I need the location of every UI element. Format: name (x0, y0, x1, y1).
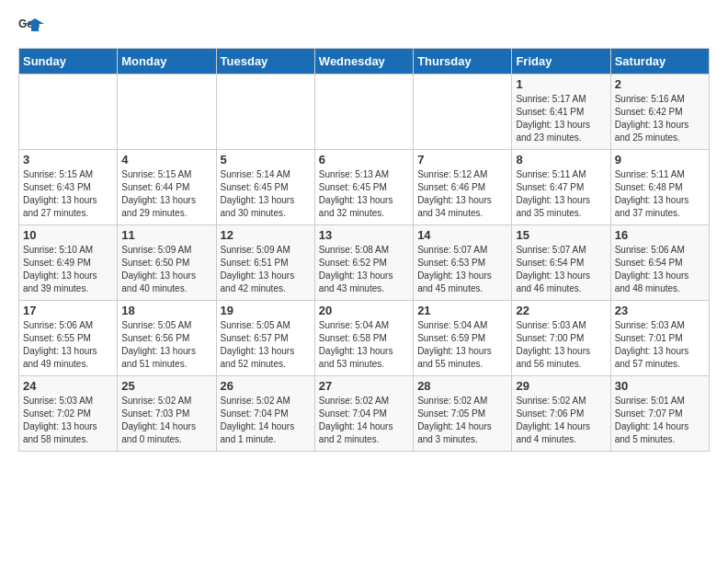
calendar-cell: 4Sunrise: 5:15 AM Sunset: 6:44 PM Daylig… (118, 150, 216, 225)
calendar-cell: 30Sunrise: 5:01 AM Sunset: 7:07 PM Dayli… (610, 376, 709, 452)
day-info: Sunrise: 5:15 AM Sunset: 6:43 PM Dayligh… (23, 168, 113, 220)
calendar-cell: 16Sunrise: 5:06 AM Sunset: 6:54 PM Dayli… (610, 225, 709, 301)
calendar-cell: 1Sunrise: 5:17 AM Sunset: 6:41 PM Daylig… (512, 75, 610, 150)
day-info: Sunrise: 5:11 AM Sunset: 6:48 PM Dayligh… (615, 168, 705, 220)
day-number: 14 (417, 228, 507, 242)
weekday-header: Wednesday (314, 49, 413, 75)
day-info: Sunrise: 5:07 AM Sunset: 6:54 PM Dayligh… (516, 244, 606, 295)
day-number: 20 (319, 304, 409, 317)
day-info: Sunrise: 5:04 AM Sunset: 6:58 PM Dayligh… (319, 319, 409, 371)
calendar-week-row: 24Sunrise: 5:03 AM Sunset: 7:02 PM Dayli… (19, 376, 710, 452)
calendar-cell: 6Sunrise: 5:13 AM Sunset: 6:45 PM Daylig… (314, 150, 413, 225)
day-number: 6 (319, 153, 409, 167)
calendar-cell: 17Sunrise: 5:06 AM Sunset: 6:55 PM Dayli… (19, 301, 118, 376)
day-info: Sunrise: 5:03 AM Sunset: 7:01 PM Dayligh… (615, 319, 705, 371)
day-number: 17 (23, 304, 113, 317)
day-number: 16 (615, 228, 705, 242)
calendar-table: SundayMondayTuesdayWednesdayThursdayFrid… (18, 48, 710, 452)
calendar-cell (414, 75, 512, 150)
day-number: 13 (319, 228, 409, 242)
calendar-cell: 7Sunrise: 5:12 AM Sunset: 6:46 PM Daylig… (414, 150, 512, 225)
day-info: Sunrise: 5:02 AM Sunset: 7:05 PM Dayligh… (417, 395, 507, 446)
calendar-cell: 9Sunrise: 5:11 AM Sunset: 6:48 PM Daylig… (610, 150, 709, 225)
page-header: Gen (18, 15, 710, 40)
day-info: Sunrise: 5:03 AM Sunset: 7:02 PM Dayligh… (23, 395, 113, 446)
day-number: 3 (23, 153, 113, 167)
day-info: Sunrise: 5:13 AM Sunset: 6:45 PM Dayligh… (319, 168, 409, 220)
day-number: 2 (615, 77, 705, 91)
day-info: Sunrise: 5:05 AM Sunset: 6:56 PM Dayligh… (121, 319, 211, 371)
calendar-cell: 13Sunrise: 5:08 AM Sunset: 6:52 PM Dayli… (314, 225, 413, 301)
day-number: 11 (121, 228, 211, 242)
day-info: Sunrise: 5:16 AM Sunset: 6:42 PM Dayligh… (615, 93, 705, 144)
day-info: Sunrise: 5:02 AM Sunset: 7:03 PM Dayligh… (121, 395, 211, 446)
calendar-cell: 18Sunrise: 5:05 AM Sunset: 6:56 PM Dayli… (118, 301, 216, 376)
logo: Gen (18, 15, 48, 40)
day-number: 10 (23, 228, 113, 242)
calendar-cell: 22Sunrise: 5:03 AM Sunset: 7:00 PM Dayli… (512, 301, 610, 376)
calendar-cell: 23Sunrise: 5:03 AM Sunset: 7:01 PM Dayli… (610, 301, 709, 376)
calendar-cell: 14Sunrise: 5:07 AM Sunset: 6:53 PM Dayli… (414, 225, 512, 301)
day-info: Sunrise: 5:15 AM Sunset: 6:44 PM Dayligh… (121, 168, 211, 220)
day-info: Sunrise: 5:06 AM Sunset: 6:55 PM Dayligh… (23, 319, 113, 371)
day-info: Sunrise: 5:02 AM Sunset: 7:04 PM Dayligh… (319, 395, 409, 446)
day-info: Sunrise: 5:09 AM Sunset: 6:50 PM Dayligh… (121, 244, 211, 295)
calendar-cell: 10Sunrise: 5:10 AM Sunset: 6:49 PM Dayli… (19, 225, 118, 301)
day-number: 15 (516, 228, 606, 242)
day-number: 19 (221, 304, 311, 317)
day-info: Sunrise: 5:11 AM Sunset: 6:47 PM Dayligh… (516, 168, 606, 220)
weekday-header: Tuesday (216, 49, 314, 75)
calendar-cell (19, 75, 118, 150)
day-info: Sunrise: 5:17 AM Sunset: 6:41 PM Dayligh… (516, 93, 606, 144)
calendar-cell: 12Sunrise: 5:09 AM Sunset: 6:51 PM Dayli… (216, 225, 314, 301)
calendar-cell: 24Sunrise: 5:03 AM Sunset: 7:02 PM Dayli… (19, 376, 118, 452)
logo-icon: Gen (18, 15, 44, 40)
calendar-cell: 8Sunrise: 5:11 AM Sunset: 6:47 PM Daylig… (512, 150, 610, 225)
day-info: Sunrise: 5:02 AM Sunset: 7:06 PM Dayligh… (516, 395, 606, 446)
day-number: 25 (121, 379, 211, 393)
calendar-week-row: 1Sunrise: 5:17 AM Sunset: 6:41 PM Daylig… (19, 75, 710, 150)
weekday-header: Monday (118, 49, 216, 75)
day-number: 18 (121, 304, 211, 317)
day-info: Sunrise: 5:12 AM Sunset: 6:46 PM Dayligh… (417, 168, 507, 220)
day-number: 21 (417, 304, 507, 317)
day-info: Sunrise: 5:07 AM Sunset: 6:53 PM Dayligh… (417, 244, 507, 295)
calendar-week-row: 17Sunrise: 5:06 AM Sunset: 6:55 PM Dayli… (19, 301, 710, 376)
day-info: Sunrise: 5:02 AM Sunset: 7:04 PM Dayligh… (221, 395, 311, 446)
calendar-cell (314, 75, 413, 150)
calendar-cell: 20Sunrise: 5:04 AM Sunset: 6:58 PM Dayli… (314, 301, 413, 376)
day-number: 8 (516, 153, 606, 167)
weekday-header: Friday (512, 49, 610, 75)
day-info: Sunrise: 5:03 AM Sunset: 7:00 PM Dayligh… (516, 319, 606, 371)
day-info: Sunrise: 5:05 AM Sunset: 6:57 PM Dayligh… (221, 319, 311, 371)
day-number: 22 (516, 304, 606, 317)
day-number: 5 (221, 153, 311, 167)
calendar-week-row: 10Sunrise: 5:10 AM Sunset: 6:49 PM Dayli… (19, 225, 710, 301)
day-info: Sunrise: 5:09 AM Sunset: 6:51 PM Dayligh… (221, 244, 311, 295)
calendar-cell: 27Sunrise: 5:02 AM Sunset: 7:04 PM Dayli… (314, 376, 413, 452)
calendar-cell: 5Sunrise: 5:14 AM Sunset: 6:45 PM Daylig… (216, 150, 314, 225)
calendar-cell: 3Sunrise: 5:15 AM Sunset: 6:43 PM Daylig… (19, 150, 118, 225)
calendar-cell: 29Sunrise: 5:02 AM Sunset: 7:06 PM Dayli… (512, 376, 610, 452)
day-number: 27 (319, 379, 409, 393)
day-info: Sunrise: 5:14 AM Sunset: 6:45 PM Dayligh… (221, 168, 311, 220)
calendar-cell: 2Sunrise: 5:16 AM Sunset: 6:42 PM Daylig… (610, 75, 709, 150)
day-info: Sunrise: 5:04 AM Sunset: 6:59 PM Dayligh… (417, 319, 507, 371)
calendar-cell (118, 75, 216, 150)
day-info: Sunrise: 5:08 AM Sunset: 6:52 PM Dayligh… (319, 244, 409, 295)
weekday-header-row: SundayMondayTuesdayWednesdayThursdayFrid… (19, 49, 710, 75)
day-info: Sunrise: 5:10 AM Sunset: 6:49 PM Dayligh… (23, 244, 113, 295)
day-number: 7 (417, 153, 507, 167)
day-number: 23 (615, 304, 705, 317)
day-number: 26 (221, 379, 311, 393)
day-number: 1 (516, 77, 606, 91)
day-number: 9 (615, 153, 705, 167)
calendar-cell: 11Sunrise: 5:09 AM Sunset: 6:50 PM Dayli… (118, 225, 216, 301)
calendar-cell: 15Sunrise: 5:07 AM Sunset: 6:54 PM Dayli… (512, 225, 610, 301)
day-number: 30 (615, 379, 705, 393)
calendar-cell: 28Sunrise: 5:02 AM Sunset: 7:05 PM Dayli… (414, 376, 512, 452)
day-number: 24 (23, 379, 113, 393)
day-number: 12 (221, 228, 311, 242)
calendar-cell: 26Sunrise: 5:02 AM Sunset: 7:04 PM Dayli… (216, 376, 314, 452)
day-number: 4 (121, 153, 211, 167)
